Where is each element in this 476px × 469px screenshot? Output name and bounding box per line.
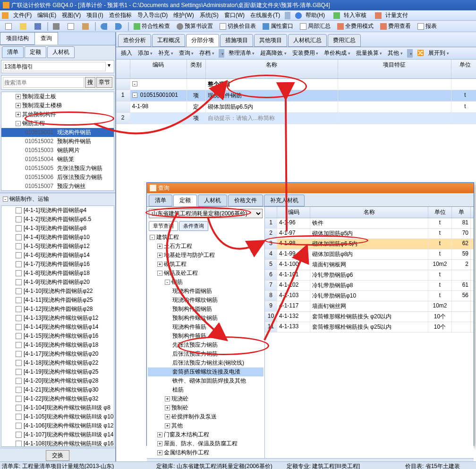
menu-cost-index[interactable]: 造价指标 [106,10,135,20]
expand-icon[interactable]: + [157,450,162,455]
popup-tab-pricefile[interactable]: 价格文件 [228,195,263,206]
new-button[interactable] [2,22,16,31]
popup-tree-node[interactable]: +砼搅拌制作及泵送 [148,412,264,421]
expand-icon[interactable]: - [157,271,162,276]
rtool-archive[interactable]: 存档 [196,48,217,58]
expand-icon[interactable]: + [157,441,162,446]
popup-tree-node[interactable]: 现浇构件箍筋 [148,323,264,332]
tree-node[interactable]: +预制混凝土板 [1,92,114,101]
check-button[interactable]: 符合性检查 [131,21,173,31]
expand-icon[interactable]: + [157,253,162,258]
tree-node[interactable]: [4-1-6]现浇构件圆钢筋φ14 [1,251,114,260]
menu-view[interactable]: 视图(V) [59,10,84,20]
col-header-unit[interactable]: 单位 [451,60,476,78]
popup-tab-quota[interactable]: 定额 [173,195,197,206]
tree-node[interactable]: [4-1-22]现浇构件螺纹钢筋φ32 [1,394,114,403]
popup-tree[interactable]: -建筑工程+土石方工程+地基处理与防护工程+砌筑工程-钢筋及砼工程-钢筋现浇构件… [147,232,264,458]
attr-window-button[interactable]: 属性窗口 [260,21,296,31]
copy-button[interactable] [65,22,78,31]
popup-tree-node[interactable]: 预制构件圆钢筋 [148,305,264,314]
exchange-button[interactable]: 交换 [46,450,69,461]
rtool-height[interactable]: 超高降效 [257,48,289,58]
search-input[interactable] [3,77,84,88]
popup-tree-node[interactable]: +屋面、防水、保温及防腐工程 [148,439,264,448]
col-header-feat[interactable]: 项目特征 [338,60,451,78]
tree-node[interactable]: [4-1-14]现浇构件螺纹钢筋φ14 [1,323,114,332]
popup-tree-node[interactable]: 先张法预应力钢筋 [148,341,264,350]
tab-divisions[interactable]: 分部分项 [186,34,219,47]
popup-tree-node[interactable]: +砌筑工程 [148,260,264,269]
pcol-header-name[interactable]: 名称 [310,207,428,218]
popup-tree-node[interactable]: -建筑工程 [148,233,264,242]
tree-node[interactable]: +预制混凝土楼梯 [1,101,114,110]
expand-icon[interactable]: - [165,280,170,285]
tree-node[interactable]: [4-1-2]现浇构件圆钢筋φ6.5 [1,215,114,224]
popup-titlebar[interactable]: 查询 [147,183,474,193]
menu-file[interactable]: 文件(F) [10,10,34,20]
save-button[interactable] [32,22,45,31]
tree-node[interactable]: [4-1-20]现浇构件螺纹钢筋φ28 [1,376,114,385]
chapter-button[interactable]: 章节 [96,77,112,88]
popup-tree-node[interactable]: 后张法预应力钢丝束(钢绞线) [148,358,264,367]
collapse-icon[interactable]: - [132,81,137,86]
popup-tree-node[interactable]: +地基处理与防护工程 [148,251,264,260]
popup-tree-node[interactable]: +现浇砼 [148,394,264,403]
popup-tab-rcj[interactable]: 人材机 [198,195,227,206]
tree-node[interactable]: 010515001现浇构件钢筋 [1,128,114,137]
rtool-add[interactable]: 添加 [135,48,156,58]
col-header-type[interactable]: 类别 [187,60,206,78]
popup-grid-row[interactable]: 74-1-102冷轧带肋钢筋φ8t61 [265,281,474,291]
tree-node[interactable]: [4-1-107]现浇构件螺纹钢筋III级 φ14 [1,430,114,439]
tree-node[interactable]: +其他预制构件 [1,110,114,119]
tree-node[interactable]: 010515002预制构件钢筋 [1,137,114,146]
popup-grid-row[interactable]: 94-1-117墙面钉钢丝网10m2 [265,301,474,312]
rtool-batch[interactable]: 批量换算 [353,48,385,58]
open-button[interactable] [17,22,31,31]
popup-tree-node[interactable]: -钢筋 [148,278,264,287]
report-button[interactable]: 报表 [415,21,440,31]
pcol-header-code[interactable]: 编码 [277,207,310,218]
tab-other-items[interactable]: 其他项目 [254,34,287,47]
rtool-price[interactable]: 单价构成 [321,48,353,58]
tree-node[interactable]: [4-1-1]现浇构件圆钢筋φ4 [1,206,114,215]
feeview-button[interactable]: 费用查看 [377,21,414,31]
local-sum-button[interactable]: 局部汇总 [297,21,333,31]
popup-grid-row[interactable]: 34-1-98砌体加固筋φ6.5内t62 [265,239,474,249]
tree-top[interactable]: +预制混凝土板+预制混凝土楼梯+其他预制构件-钢筋工程010515001现浇构件… [1,92,114,191]
expand-icon[interactable]: + [16,94,21,99]
expand-icon[interactable]: + [165,414,170,419]
expand-icon[interactable]: + [157,244,162,249]
rtool-expand[interactable]: 🔀 展开到 [414,48,455,58]
rtool-organize[interactable]: 整理清单 [226,48,258,58]
menu-project[interactable]: 项目(I) [84,10,106,20]
menu-edit[interactable]: 编辑(E) [34,10,59,20]
tab-measures[interactable]: 措施项目 [220,34,253,47]
redo-button[interactable] [112,22,126,31]
tree-node[interactable]: [4-1-12]现浇构件圆钢筋φ28 [1,305,114,314]
popup-grid-row[interactable]: 44-1-99砌体加固筋φ8内t59 [265,249,474,260]
menu-window[interactable]: 窗口(W) [221,10,247,20]
popup-quota-select[interactable]: 山东省建筑工程消耗量定额(2006基价) [149,209,263,218]
tree-node[interactable]: [4-1-15]现浇构件螺纹钢筋φ16 [1,332,114,341]
tree-node[interactable]: [4-1-18]现浇构件螺纹钢筋φ22 [1,358,114,367]
tree-node[interactable]: [4-1-11]现浇构件圆钢筋φ25 [1,296,114,305]
popup-tree-node[interactable]: 后张法预应力钢筋 [148,350,264,358]
tree-node[interactable]: 010515006后张法预应力钢筋 [1,173,114,182]
tree-node[interactable]: [4-1-108]现浇构件螺纹钢筋III级 φ16 [1,439,114,447]
tree-bottom[interactable]: [4-1-1]现浇构件圆钢筋φ4[4-1-2]现浇构件圆钢筋φ6.5[4-1-3… [1,205,114,447]
subtab-list[interactable]: 清单 [2,46,24,58]
rtool-insert[interactable]: 插入 [118,48,135,58]
expand-icon[interactable]: + [16,112,21,117]
tab-project-structure[interactable]: 项目结构 [0,32,35,45]
tree-node[interactable]: 010515003钢筋网片 [1,146,114,155]
rtool-other[interactable]: 其他 [385,48,406,58]
menu-help[interactable]: 帮助(H) [292,10,331,20]
menu-payment[interactable]: 计量支付 [372,10,414,20]
tree-node[interactable]: [4-1-17]现浇构件螺纹钢筋φ20 [1,350,114,358]
popup-tab-supplement-rcj[interactable]: 补充人材机 [264,195,305,206]
popup-grid-row[interactable]: 114-1-133套筒锥形螺栓钢筋接头 φ25以内10个 [265,322,474,333]
grid-row[interactable]: 4-1-98定砌体加固筋φ6.5内t [116,102,476,113]
grid-row[interactable]: 1- 010515001001项现浇构件钢筋t [116,90,476,102]
tree-node[interactable]: [4-1-10]现浇构件圆钢筋φ22 [1,287,114,296]
expand-icon[interactable]: + [157,262,162,267]
